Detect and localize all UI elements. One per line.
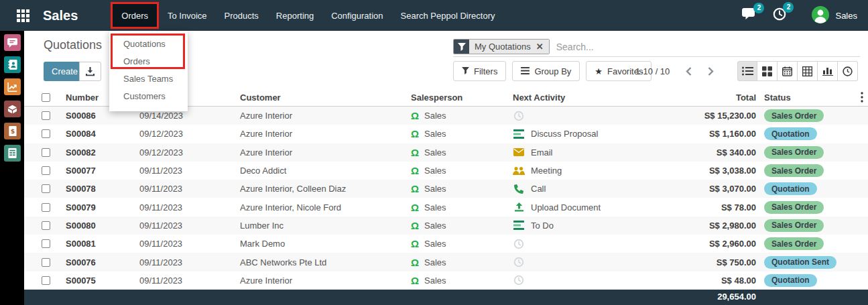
table-row[interactable]: S0008209/12/2023Azure InteriorΩSalesEmai… bbox=[24, 143, 868, 162]
column-header-total[interactable]: Total bbox=[686, 93, 756, 103]
table-row[interactable]: S0008409/12/2023Azure InteriorΩSalesDisc… bbox=[24, 125, 868, 143]
documents-app-icon[interactable] bbox=[4, 145, 21, 162]
column-header-salesperson[interactable]: Salesperson bbox=[411, 93, 513, 103]
next-activity-cell bbox=[513, 239, 686, 249]
crm-app-icon[interactable] bbox=[4, 78, 21, 95]
order-total: S$ 3,038.00 bbox=[686, 166, 756, 176]
top-bar: Sales OrdersTo InvoiceProductsReportingC… bbox=[0, 0, 868, 31]
select-all-checkbox[interactable] bbox=[42, 93, 50, 102]
column-header-next-activity[interactable]: Next Activity bbox=[513, 93, 686, 103]
pivot-view-icon[interactable] bbox=[798, 61, 818, 81]
kanban-view-icon[interactable] bbox=[757, 61, 778, 81]
row-checkbox[interactable] bbox=[42, 276, 50, 285]
row-checkbox[interactable] bbox=[42, 221, 50, 230]
table-body: S0008609/14/2023Azure InteriorΩSalesS$ 1… bbox=[24, 107, 868, 290]
clock-activity-icon[interactable] bbox=[513, 257, 525, 267]
clock-activity-icon[interactable] bbox=[513, 111, 525, 121]
table-row[interactable]: S0008109/11/2023Mark DemoΩSalesS$ 2,960.… bbox=[24, 235, 868, 253]
table-row[interactable]: S0007809/11/2023Azure Interior, Colleen … bbox=[24, 180, 868, 198]
inventory-app-icon[interactable] bbox=[4, 101, 21, 117]
activity-label: Upload Document bbox=[531, 202, 601, 212]
salesperson-cell: ΩSales bbox=[411, 147, 513, 158]
dropdown-item-quotations[interactable]: Quotations bbox=[109, 36, 188, 53]
column-header-status[interactable]: Status bbox=[756, 93, 857, 103]
avatar bbox=[812, 6, 829, 25]
row-checkbox[interactable] bbox=[42, 239, 50, 248]
group-by-button[interactable]: Group By bbox=[512, 61, 580, 81]
activities-badge: 2 bbox=[783, 2, 794, 13]
order-total: S$ 2,980.00 bbox=[686, 221, 756, 231]
table-row[interactable]: S0007609/11/2023ABC Networks Pte LtdΩSal… bbox=[24, 253, 868, 271]
table-row[interactable]: S0007509/11/2023Azure InteriorΩSalesS$ 4… bbox=[24, 271, 868, 290]
calendar-view-icon[interactable] bbox=[778, 61, 798, 81]
order-date: 09/14/2023 bbox=[139, 111, 240, 121]
pager-next-icon[interactable] bbox=[708, 67, 714, 76]
menu-reporting[interactable]: Reporting bbox=[267, 0, 322, 31]
meeting-activity-icon[interactable] bbox=[513, 166, 525, 176]
pager-prev-icon[interactable] bbox=[686, 67, 692, 76]
salesperson-cell: ΩSales bbox=[411, 111, 513, 121]
next-activity-cell: Call bbox=[513, 184, 686, 194]
table-row[interactable]: S0008009/11/2023Lumber IncΩSalesTo DoS$ … bbox=[24, 217, 868, 235]
order-number: S00082 bbox=[66, 147, 139, 158]
contacts-app-icon[interactable] bbox=[4, 56, 21, 73]
clock-activity-icon[interactable] bbox=[513, 239, 525, 249]
status-badge: Sales Order bbox=[764, 237, 824, 250]
row-checkbox[interactable] bbox=[42, 166, 50, 175]
invoicing-app-icon[interactable]: $ bbox=[4, 123, 21, 139]
filter-remove-icon[interactable]: ✕ bbox=[536, 42, 544, 52]
customer-name: Azure Interior bbox=[240, 129, 411, 139]
clock-activity-icon[interactable] bbox=[513, 275, 525, 286]
row-checkbox[interactable] bbox=[42, 184, 50, 193]
activity-label: Discuss Proposal bbox=[531, 129, 598, 139]
email-activity-icon[interactable] bbox=[513, 148, 525, 156]
salesperson-cell: ΩSales bbox=[411, 166, 513, 176]
filters-button[interactable]: Filters bbox=[453, 61, 506, 81]
column-options-icon[interactable] bbox=[861, 92, 868, 103]
dropdown-item-customers[interactable]: Customers bbox=[109, 88, 188, 105]
user-menu[interactable]: Sales bbox=[812, 6, 857, 25]
export-download-icon[interactable] bbox=[79, 62, 101, 81]
discuss-app-icon[interactable] bbox=[4, 34, 21, 51]
salesperson-cell: ΩSales bbox=[411, 129, 513, 139]
phone-activity-icon[interactable] bbox=[513, 184, 525, 194]
pager: 1-10 / 10 bbox=[635, 61, 714, 81]
menu-orders[interactable]: Orders bbox=[113, 4, 157, 27]
row-checkbox-cell bbox=[24, 203, 66, 212]
order-date: 09/12/2023 bbox=[139, 129, 240, 139]
customer-name: Azure Interior bbox=[240, 147, 411, 158]
dropdown-item-orders[interactable]: Orders bbox=[109, 53, 188, 70]
row-checkbox[interactable] bbox=[42, 129, 50, 138]
order-date: 09/12/2023 bbox=[139, 147, 240, 158]
list-activity-icon[interactable] bbox=[513, 129, 525, 139]
search-input[interactable] bbox=[556, 42, 757, 52]
table-row[interactable]: S0007709/11/2023Deco AddictΩSalesMeeting… bbox=[24, 162, 868, 180]
salesperson-cell: ΩSales bbox=[411, 221, 513, 231]
apps-grid-icon[interactable] bbox=[17, 9, 29, 22]
row-checkbox[interactable] bbox=[42, 111, 50, 120]
salesperson-name: Sales bbox=[424, 257, 446, 267]
menu-products[interactable]: Products bbox=[216, 0, 267, 31]
activity-view-icon[interactable] bbox=[838, 61, 858, 81]
graph-view-icon[interactable] bbox=[818, 61, 838, 81]
order-date: 09/11/2023 bbox=[139, 239, 240, 249]
list-activity-icon[interactable] bbox=[513, 221, 525, 230]
messages-icon[interactable]: 2 bbox=[742, 8, 757, 23]
activities-clock-icon[interactable]: 2 bbox=[773, 7, 786, 23]
column-header-customer[interactable]: Customer bbox=[240, 93, 411, 103]
row-checkbox[interactable] bbox=[42, 258, 50, 267]
row-checkbox[interactable] bbox=[42, 203, 50, 212]
table-row[interactable]: S0007909/11/2023Azure Interior, Nicole F… bbox=[24, 198, 868, 216]
dropdown-item-sales-teams[interactable]: Sales Teams bbox=[109, 70, 188, 88]
row-checkbox[interactable] bbox=[42, 148, 50, 157]
list-view-icon[interactable] bbox=[737, 61, 757, 81]
status-badge: Quotation bbox=[764, 274, 817, 287]
app-title: Sales bbox=[43, 8, 78, 23]
upload-activity-icon[interactable] bbox=[513, 202, 525, 212]
menu-search-peppol-directory[interactable]: Search Peppol Directory bbox=[392, 0, 504, 31]
view-switcher bbox=[737, 61, 858, 81]
menu-to-invoice[interactable]: To Invoice bbox=[159, 0, 216, 31]
quotations-table: Number Customer Salesperson Next Activit… bbox=[24, 88, 868, 290]
orders-dropdown-items: QuotationsOrdersSales TeamsCustomers bbox=[109, 36, 188, 105]
menu-configuration[interactable]: Configuration bbox=[322, 0, 391, 31]
